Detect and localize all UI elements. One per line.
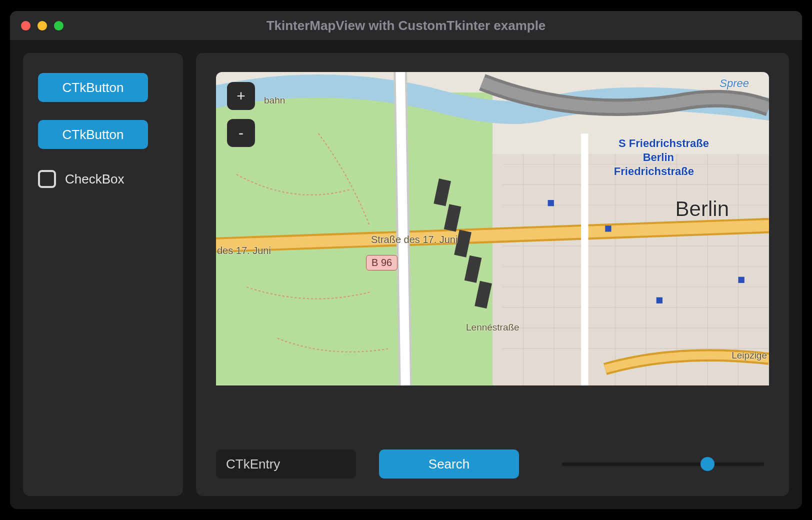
traffic-lights bbox=[21, 21, 64, 30]
minimize-window-button[interactable] bbox=[38, 21, 47, 30]
maximize-window-button[interactable] bbox=[54, 21, 64, 30]
app-window: TkinterMapView with CustomTkinter exampl… bbox=[10, 11, 802, 509]
zoom-controls: + - bbox=[227, 82, 255, 147]
slider[interactable] bbox=[562, 457, 764, 471]
map-label-bahn: bahn bbox=[264, 95, 285, 106]
map-view[interactable]: Spree Berlin S Friedrichstraße Berlin Fr… bbox=[216, 72, 769, 434]
map-canvas bbox=[216, 72, 769, 386]
slider-thumb[interactable] bbox=[700, 457, 714, 471]
titlebar: TkinterMapView with CustomTkinter exampl… bbox=[10, 11, 802, 40]
sidebar-button-1[interactable]: CTkButton bbox=[38, 73, 148, 102]
svg-rect-27 bbox=[656, 298, 662, 304]
map-label-station-2: Berlin bbox=[643, 151, 674, 164]
window-title: TkinterMapView with CustomTkinter exampl… bbox=[10, 18, 802, 34]
map-label-leipziger: Leipzige bbox=[732, 350, 767, 361]
map-label-road-main: Straße des 17. Juni bbox=[371, 234, 458, 246]
map-label-lennestr: Lennéstraße bbox=[466, 322, 520, 333]
zoom-in-button[interactable]: + bbox=[227, 82, 255, 110]
checkbox-box-icon bbox=[38, 170, 56, 188]
zoom-out-button[interactable]: - bbox=[227, 119, 255, 147]
slider-track bbox=[562, 462, 764, 466]
map-label-station-3: Friedrichstraße bbox=[614, 165, 694, 178]
search-button[interactable]: Search bbox=[379, 450, 519, 478]
sidebar: CTkButton CTkButton CheckBox bbox=[23, 53, 183, 496]
search-input[interactable] bbox=[216, 450, 356, 478]
window-body: CTkButton CTkButton CheckBox bbox=[10, 40, 802, 509]
main-panel: Spree Berlin S Friedrichstraße Berlin Fr… bbox=[196, 53, 789, 496]
sidebar-button-2[interactable]: CTkButton bbox=[38, 120, 148, 149]
svg-rect-26 bbox=[605, 226, 611, 232]
bottom-row: Search bbox=[216, 449, 769, 479]
checkbox-label: CheckBox bbox=[65, 172, 124, 187]
map-road-pill-b96: B 96 bbox=[366, 255, 398, 270]
map-label-city: Berlin bbox=[676, 197, 729, 221]
svg-rect-25 bbox=[548, 200, 554, 206]
sidebar-checkbox[interactable]: CheckBox bbox=[38, 170, 168, 188]
map-label-river: Spree bbox=[720, 77, 749, 90]
map-label-station-1: S Friedrichstraße bbox=[618, 137, 709, 150]
svg-rect-28 bbox=[738, 277, 744, 283]
close-window-button[interactable] bbox=[21, 21, 30, 30]
map-label-road-main-left: des 17. Juni bbox=[217, 245, 271, 256]
